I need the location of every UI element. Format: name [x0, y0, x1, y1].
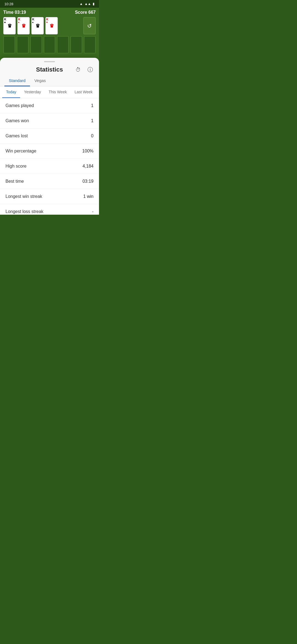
stat-label-0: Games played [6, 103, 34, 108]
bottom-card-row [3, 36, 96, 53]
stat-row-2: Games lost0 [0, 129, 99, 144]
stat-label-1: Games won [6, 118, 29, 123]
score-display: Score 667 [75, 10, 96, 15]
stat-row-4: High score4,184 [0, 159, 99, 174]
time-tab-yesterday[interactable]: Yesterday [20, 86, 45, 98]
placeholder-3 [30, 36, 42, 53]
status-icons: ▲ ▲▲ ▮ [79, 2, 95, 6]
stat-value-5: 03:19 [82, 179, 94, 184]
card-king-diamonds[interactable]: K ♦ ♛ [17, 17, 30, 34]
stat-value-0: 1 [91, 103, 94, 108]
card-king-hearts[interactable]: K ♥ ♛ [45, 17, 58, 34]
placeholder-1 [3, 36, 15, 53]
stat-value-7: - [92, 209, 94, 214]
status-bar: 10:28 ▲ ▲▲ ▮ [0, 0, 99, 8]
stat-value-1: 1 [91, 118, 94, 123]
help-icon: ⓘ [87, 66, 93, 73]
stats-list: Games played1Games won1Games lost0Win pe… [0, 98, 99, 215]
stat-row-5: Best time03:19 [0, 174, 99, 189]
wifi-icon: ▲ [79, 2, 83, 6]
game-header: Time 03:19 Score 667 [3, 10, 96, 15]
placeholder-2 [17, 36, 29, 53]
placeholder-4 [44, 36, 56, 53]
top-card-row: K ♣ ♛ K ♦ ♛ K ♠ ♛ K ♥ ♛ [3, 17, 96, 34]
stat-label-2: Games lost [6, 133, 28, 138]
history-button[interactable]: ⏱ [74, 65, 82, 74]
tab-vegas[interactable]: Vegas [30, 75, 50, 86]
stat-row-3: Win percentage100% [0, 144, 99, 159]
stat-label-5: Best time [6, 179, 24, 184]
stat-value-2: 0 [91, 133, 94, 138]
time-tab-today[interactable]: Today [2, 86, 20, 98]
stat-value-4: 4,184 [82, 164, 94, 169]
tab-standard[interactable]: Standard [4, 75, 30, 86]
sheet-header: Statistics ⏱ ⓘ [0, 62, 99, 75]
time-filter-tabs: Today Yesterday This Week Last Week This… [0, 86, 99, 98]
stat-label-6: Longest win streak [6, 194, 42, 199]
time-display: Time 03:19 [3, 10, 26, 15]
time-tab-this-month[interactable]: This M… [97, 86, 99, 98]
history-icon: ⏱ [75, 67, 81, 73]
stat-label-4: High score [6, 164, 26, 169]
stat-row-1: Games won1 [0, 113, 99, 129]
stat-value-3: 100% [82, 149, 94, 154]
game-mode-tabs: Standard Vegas [0, 75, 99, 86]
stat-label-3: Win percentage [6, 149, 36, 154]
undo-icon: ↺ [87, 23, 92, 29]
status-time: 10:28 [4, 2, 13, 6]
placeholder-5 [57, 36, 69, 53]
bottom-sheet: Statistics ⏱ ⓘ Standard Vegas Today Yest… [0, 58, 99, 215]
help-button[interactable]: ⓘ [86, 65, 95, 74]
game-area: Time 03:19 Score 667 K ♣ ♛ K ♦ ♛ K ♠ ♛ [0, 8, 99, 60]
stat-row-0: Games played1 [0, 98, 99, 113]
sheet-title: Statistics [36, 66, 63, 73]
time-tab-last-week[interactable]: Last Week [71, 86, 97, 98]
header-icons: ⏱ ⓘ [74, 65, 95, 74]
stat-label-7: Longest loss streak [6, 209, 43, 214]
time-tab-this-week[interactable]: This Week [45, 86, 71, 98]
battery-icon: ▮ [93, 2, 95, 6]
stat-row-7: Longest loss streak- [0, 204, 99, 215]
placeholder-6 [70, 36, 82, 53]
undo-button[interactable]: ↺ [83, 17, 96, 34]
stat-row-6: Longest win streak1 win [0, 189, 99, 204]
card-king-spades[interactable]: K ♠ ♛ [31, 17, 44, 34]
signal-icon: ▲▲ [84, 2, 91, 6]
stat-value-6: 1 win [83, 194, 94, 199]
placeholder-7 [84, 36, 96, 53]
card-king-clubs[interactable]: K ♣ ♛ [3, 17, 16, 34]
